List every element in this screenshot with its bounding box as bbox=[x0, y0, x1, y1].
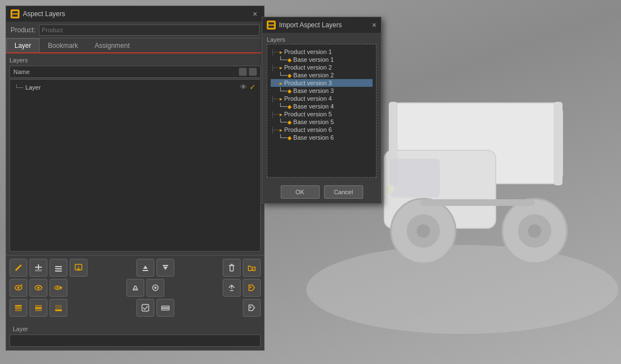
svg-rect-4 bbox=[554, 102, 563, 185]
tree-item-label: Base version 1 bbox=[294, 56, 334, 63]
svg-point-61 bbox=[250, 307, 252, 308]
tag-button[interactable] bbox=[243, 279, 261, 297]
tab-assignment[interactable]: Assignment bbox=[86, 38, 138, 52]
svg-rect-54 bbox=[55, 307, 62, 309]
list-item[interactable]: ├─ ▸ Product version 4 bbox=[271, 95, 373, 102]
link-layers-button[interactable] bbox=[157, 299, 174, 317]
list-item[interactable]: ├─ ▸ Product version 5 bbox=[271, 110, 373, 118]
tree-item-label: Base version 4 bbox=[294, 103, 334, 110]
sub-connector: └─ bbox=[278, 87, 287, 94]
pencil-icon bbox=[14, 263, 23, 272]
tree-connector: ├─ bbox=[271, 80, 278, 86]
col-icon-1 bbox=[239, 68, 247, 76]
list-item[interactable]: ├─ ▸ Product version 3 bbox=[271, 79, 373, 87]
list-item[interactable]: ├─ ▸ Product version 6 bbox=[271, 126, 373, 134]
move-down-button[interactable] bbox=[157, 259, 174, 277]
remove-layer-button[interactable] bbox=[50, 259, 67, 277]
import-layers-label: Layers bbox=[262, 33, 381, 44]
svg-rect-11 bbox=[420, 199, 535, 206]
list-item[interactable]: ├─ ▸ Product version 2 bbox=[271, 63, 373, 71]
layer-check-icon[interactable]: ✓ bbox=[250, 83, 256, 91]
import-icon bbox=[74, 263, 83, 272]
list-item[interactable]: └─ Layer 👁 ✓ bbox=[12, 82, 258, 92]
import-close-button[interactable]: × bbox=[372, 21, 376, 29]
window-close-button[interactable]: × bbox=[251, 8, 260, 19]
list-item[interactable]: └─ ◆ Base version 4 bbox=[271, 102, 373, 110]
tree-item-label: Base version 3 bbox=[294, 87, 334, 94]
stack-current-icon bbox=[54, 303, 63, 312]
layer-visibility-icon[interactable]: 👁 bbox=[240, 83, 247, 91]
move-up-button[interactable] bbox=[136, 259, 154, 277]
list-item[interactable]: └─ ◆ Base version 5 bbox=[271, 118, 373, 126]
add-layer-button[interactable] bbox=[30, 259, 47, 277]
visibility-remove-button[interactable] bbox=[30, 279, 47, 297]
link-layers-icon bbox=[161, 303, 170, 312]
svg-point-0 bbox=[306, 245, 618, 334]
cancel-button[interactable]: Cancel bbox=[324, 185, 363, 199]
sub-connector: └─ bbox=[278, 134, 287, 141]
svg-point-7 bbox=[417, 224, 430, 238]
svg-rect-22 bbox=[55, 270, 62, 272]
toolbar-row-2 bbox=[9, 279, 261, 297]
export-button[interactable] bbox=[223, 279, 241, 297]
svg-rect-47 bbox=[15, 305, 22, 307]
col-icon-2 bbox=[249, 68, 257, 76]
check-select-button[interactable] bbox=[136, 299, 154, 317]
import-tree[interactable]: ├─ ▸ Product version 1 └─ ◆ Base version… bbox=[267, 44, 376, 178]
layer-tree-icon: └─ bbox=[14, 84, 23, 91]
svg-rect-12 bbox=[390, 159, 440, 198]
tree-connector: ├─ bbox=[271, 96, 278, 102]
empty-tag-button[interactable] bbox=[243, 299, 261, 317]
check-select-icon bbox=[141, 303, 150, 312]
toolbar-row-3 bbox=[9, 299, 261, 317]
delete-button[interactable] bbox=[223, 259, 241, 277]
bottom-toolbar bbox=[6, 255, 264, 322]
delete-icon bbox=[227, 263, 236, 272]
item-icon: ◆ bbox=[287, 57, 292, 63]
list-item[interactable]: └─ ◆ Base version 3 bbox=[271, 87, 373, 95]
stack-all-button[interactable] bbox=[9, 299, 27, 317]
aspect-layers-icon bbox=[11, 9, 19, 18]
stack-current-button[interactable] bbox=[50, 299, 67, 317]
empty-tag-icon bbox=[247, 303, 256, 312]
svg-rect-63 bbox=[268, 26, 274, 28]
item-icon: ◆ bbox=[287, 135, 292, 141]
list-item[interactable]: └─ ◆ Base version 6 bbox=[271, 134, 373, 141]
add-layer-icon bbox=[34, 263, 43, 272]
stack-select-icon bbox=[34, 303, 43, 312]
circle-button[interactable] bbox=[146, 279, 164, 297]
visibility-add-button[interactable] bbox=[9, 279, 27, 297]
folder-icon: ▸ bbox=[280, 111, 282, 117]
ok-button[interactable]: OK bbox=[281, 185, 320, 199]
layers-list[interactable]: └─ Layer 👁 ✓ bbox=[9, 79, 261, 252]
svg-rect-53 bbox=[55, 305, 62, 307]
svg-rect-56 bbox=[142, 304, 149, 311]
tab-bookmark[interactable]: Bookmark bbox=[40, 38, 86, 52]
stack-all-icon bbox=[14, 303, 23, 312]
tab-layer[interactable]: Layer bbox=[6, 38, 40, 52]
folder-icon: ▸ bbox=[280, 80, 282, 86]
stack-select-button[interactable] bbox=[30, 299, 47, 317]
list-item[interactable]: └─ ◆ Base version 2 bbox=[271, 71, 373, 79]
tree-item-label: Base version 5 bbox=[294, 119, 334, 125]
item-icon: ◆ bbox=[287, 88, 292, 94]
add-folder-button[interactable] bbox=[243, 259, 261, 277]
visibility-add-icon bbox=[14, 283, 23, 292]
folder-icon: ▸ bbox=[280, 49, 282, 55]
layer-name-input[interactable] bbox=[9, 335, 261, 347]
visibility-layers-button[interactable] bbox=[50, 279, 67, 297]
tree-item-label: Product version 4 bbox=[284, 95, 332, 102]
import-dialog-buttons: OK Cancel bbox=[262, 181, 381, 203]
svg-rect-14 bbox=[12, 11, 18, 13]
svg-rect-55 bbox=[55, 309, 62, 311]
folder-icon: ▸ bbox=[280, 127, 282, 133]
pencil-button[interactable] bbox=[9, 259, 27, 277]
tree-item-label: Product version 6 bbox=[284, 126, 332, 133]
product-input[interactable] bbox=[39, 24, 260, 36]
list-item[interactable]: ├─ ▸ Product version 1 bbox=[271, 48, 373, 56]
paint-button[interactable] bbox=[126, 279, 144, 297]
list-item[interactable]: └─ ◆ Base version 1 bbox=[271, 56, 373, 63]
svg-rect-51 bbox=[35, 307, 42, 309]
tabs-bar: Layer Bookmark Assignment bbox=[6, 38, 264, 53]
import-button[interactable] bbox=[70, 259, 87, 277]
